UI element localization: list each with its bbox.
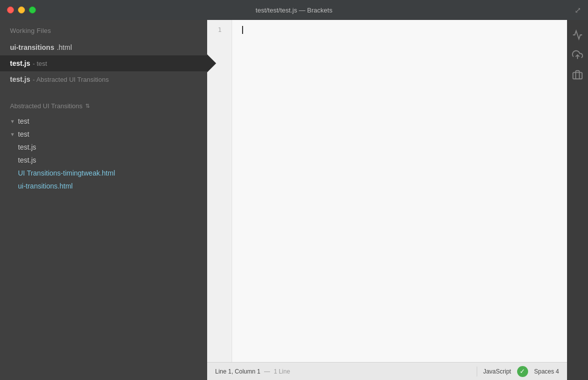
right-panel — [567, 20, 588, 380]
tree-children-test-sub: test.js — [0, 141, 207, 154]
tree-item-ui-transitions[interactable]: ui-transitions.html — [0, 180, 207, 192]
working-file-item-2[interactable]: test.js - test — [0, 55, 207, 71]
tree-row-test-sub[interactable]: ▼ test — [0, 128, 207, 141]
project-header[interactable]: Abstracted UI Transitions ⇅ — [0, 97, 207, 115]
working-file-item-3[interactable]: test.js - Abstracted UI Transitions — [0, 71, 207, 87]
tree-item-testjs-nested[interactable]: test.js — [0, 141, 207, 154]
tree-item-testjs-root[interactable]: test.js — [0, 154, 207, 167]
close-button[interactable] — [7, 6, 14, 13]
cursor-line — [242, 25, 557, 34]
chevron-icon: ▼ — [10, 119, 15, 124]
working-file-item-1[interactable]: ui-transitions.html — [0, 39, 207, 55]
working-file-name-3: test.js — [10, 75, 30, 83]
tree-item-test-root[interactable]: ▼ test ▼ test — [0, 115, 207, 154]
expand-icon[interactable]: ⤢ — [575, 5, 581, 15]
file-tree: ▼ test ▼ test — [0, 115, 207, 192]
minimize-button[interactable] — [18, 6, 25, 13]
tree-row-timing[interactable]: UI Transitions-timingtweak.html — [0, 167, 207, 180]
status-spaces[interactable]: Spaces 4 — [534, 368, 559, 375]
tree-item-timing[interactable]: UI Transitions-timingtweak.html — [0, 167, 207, 180]
line-number-1: 1 — [207, 25, 226, 35]
status-position: Line 1, Column 1 — 1 Line — [215, 368, 471, 375]
project-section: Abstracted UI Transitions ⇅ ▼ test ▼ — [0, 97, 207, 192]
traffic-lights — [7, 6, 36, 13]
extensions-icon — [572, 69, 583, 80]
working-file-name-1: ui-transitions — [10, 43, 54, 51]
working-file-context-3: - Abstracted UI Transitions — [32, 76, 108, 83]
window-title: test/test/test.js — Brackets — [256, 6, 332, 14]
analytics-icon — [572, 29, 583, 40]
working-files-header: Working Files — [0, 20, 207, 39]
status-divider — [477, 367, 477, 377]
project-name: Abstracted UI Transitions — [10, 102, 82, 110]
sort-icon[interactable]: ⇅ — [85, 103, 90, 109]
working-files-list: ui-transitions.html test.js - test test.… — [0, 39, 207, 87]
working-files-section: Working Files ui-transitions.html test.j… — [0, 20, 207, 87]
code-editor[interactable] — [232, 20, 567, 362]
checkmark: ✓ — [520, 368, 525, 375]
tree-item-test-sub[interactable]: ▼ test test.js — [0, 128, 207, 154]
analytics-panel-button[interactable] — [569, 26, 587, 44]
editor-area[interactable]: 1 Line 1, Column 1 — 1 Line JavaScript ✓… — [207, 20, 567, 380]
editor-content[interactable]: 1 — [207, 20, 567, 362]
title-bar: test/test/test.js — Brackets ⤢ — [0, 0, 588, 20]
status-check-icon: ✓ — [517, 366, 528, 377]
main-layout: Working Files ui-transitions.html test.j… — [0, 20, 588, 380]
working-file-ext-1: .html — [57, 43, 72, 51]
tree-row-testjs-nested[interactable]: test.js — [0, 141, 207, 154]
extensions-panel-button[interactable] — [569, 66, 587, 84]
sidebar-divider — [0, 87, 207, 97]
tree-label-ui-transitions: ui-transitions.html — [18, 182, 73, 190]
tree-row-ui-transitions[interactable]: ui-transitions.html — [0, 180, 207, 192]
tree-label-test-sub: test — [18, 130, 29, 138]
cloud-panel-button[interactable] — [569, 46, 587, 64]
tree-label-timing: UI Transitions-timingtweak.html — [18, 169, 115, 177]
maximize-button[interactable] — [29, 6, 36, 13]
tree-label-test-root: test — [18, 117, 29, 125]
status-line-count: 1 Line — [274, 368, 290, 375]
svg-rect-1 — [573, 72, 582, 79]
status-bar: Line 1, Column 1 — 1 Line JavaScript ✓ S… — [207, 362, 567, 380]
working-file-context-2: - test — [32, 60, 47, 67]
status-position-sep: — — [263, 368, 272, 375]
working-file-name-2: test.js — [10, 59, 30, 67]
chevron-icon: ▼ — [10, 132, 15, 137]
tree-row-testjs-root[interactable]: test.js — [0, 154, 207, 167]
tree-label-testjs-root: test.js — [18, 156, 36, 164]
status-language[interactable]: JavaScript — [483, 368, 511, 375]
text-cursor — [242, 26, 243, 34]
tree-children-test-root: ▼ test test.js — [0, 128, 207, 154]
sidebar: Working Files ui-transitions.html test.j… — [0, 20, 207, 380]
tree-label-testjs-nested: test.js — [18, 143, 36, 151]
cloud-upload-icon — [572, 49, 583, 60]
status-line-col: Line 1, Column 1 — [215, 368, 261, 375]
tree-row-test-root[interactable]: ▼ test — [0, 115, 207, 128]
